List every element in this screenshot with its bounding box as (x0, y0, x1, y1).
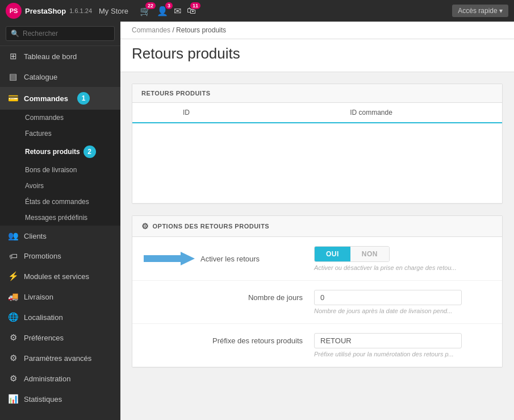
sidebar-label-modules: Modules et services (24, 272, 89, 281)
sidebar-item-dashboard[interactable]: ⊞ Tableau de bord (0, 46, 120, 66)
commandes-icon: 💳 (8, 93, 18, 103)
subnav-commandes-retours[interactable]: Retours produits 2 (0, 142, 120, 162)
sidebar-item-livraison[interactable]: 🚚 Livraison (0, 286, 120, 307)
cart-badge: 22 (145, 2, 156, 9)
store-name[interactable]: My Store (99, 7, 128, 15)
subnav-commandes-orders[interactable]: Commandes (0, 110, 120, 126)
commandes-step-badge: 1 (77, 92, 90, 105)
table-header-label: RETOURS PRODUITS (141, 90, 210, 97)
option-row-jours: Nombre de jours Nombre de jours après la… (132, 281, 502, 324)
options-header-label: OPTIONS DES RETOURS PRODUITS (153, 223, 270, 230)
subnav-commandes-messages[interactable]: Messages prédéfinis (0, 210, 120, 226)
subnav-commandes-factures[interactable]: Factures (0, 126, 120, 142)
sidebar-item-parametres[interactable]: ⚙ Paramètres avancés (0, 348, 120, 368)
options-header: ⚙ OPTIONS DES RETOURS PRODUITS (132, 216, 502, 237)
search-icon: 🔍 (11, 30, 19, 38)
top-navigation: PS PrestaShop 1.6.1.24 My Store 🛒 22 👤 3… (0, 0, 514, 22)
option-help-jours: Nombre de jours après la date de livrais… (314, 307, 491, 314)
options-gear-icon: ⚙ (141, 222, 149, 231)
page-title-area: Retours produits (120, 39, 514, 72)
option-label-jours: Nombre de jours (144, 290, 314, 302)
option-help-prefixe: Préfixe utilisé pour la numérotation des… (314, 351, 491, 357)
breadcrumb: Commandes / Retours produits (120, 22, 514, 39)
main-content: Commandes / Retours produits Retours pro… (120, 22, 514, 420)
option-row-prefixe: Préfixe des retours produits Préfixe uti… (132, 324, 502, 367)
option-control-prefixe: Préfixe utilisé pour la numérotation des… (314, 333, 491, 357)
sidebar-label-catalog: Catalogue (24, 73, 57, 81)
localisation-icon: 🌐 (8, 312, 18, 322)
clients-icon: 👥 (8, 231, 18, 241)
option-control-activer: OUI NON Activer ou désactiver la prise e… (314, 246, 491, 271)
returns-table-section: RETOURS PRODUITS ID ID commande (132, 84, 503, 204)
col-id-commande: ID commande (240, 103, 502, 123)
options-section: ⚙ OPTIONS DES RETOURS PRODUITS Activer l… (132, 215, 503, 368)
cart-icon[interactable]: 🛒 22 (140, 6, 151, 16)
orders-icon[interactable]: 🛍 11 (187, 6, 196, 16)
table-section-header: RETOURS PRODUITS (132, 84, 502, 103)
sidebar: 🔍 ⊞ Tableau de bord ▤ Catalogue 💳 Comman… (0, 22, 120, 420)
search-wrap: 🔍 (0, 22, 120, 46)
sidebar-label-preferences: Préférences (24, 334, 64, 342)
toggle-activer-retours: OUI NON (314, 246, 390, 262)
sidebar-label-commandes: Commandes (24, 94, 68, 103)
user-badge: 3 (165, 2, 173, 9)
dashboard-icon: ⊞ (8, 51, 18, 61)
table-area: ID ID commande (132, 103, 502, 203)
parametres-icon: ⚙ (8, 353, 18, 363)
prefixe-input[interactable] (314, 333, 462, 348)
catalog-icon: ▤ (8, 72, 18, 82)
user-icon[interactable]: 👤 3 (157, 6, 168, 16)
quick-access-button[interactable]: Accès rapide ▾ (452, 5, 508, 17)
email-icon[interactable]: ✉ (174, 6, 181, 16)
jours-input[interactable] (314, 290, 462, 305)
svg-marker-0 (144, 252, 195, 265)
sidebar-item-promotions[interactable]: 🏷 Promotions (0, 246, 120, 266)
sidebar-label-dashboard: Tableau de bord (24, 52, 77, 61)
sidebar-label-statistiques: Statistiques (24, 395, 62, 404)
search-container: 🔍 (6, 26, 115, 41)
sidebar-item-catalog[interactable]: ▤ Catalogue (0, 66, 120, 87)
sidebar-item-statistiques[interactable]: 📊 Statistiques (0, 389, 120, 409)
toggle-oui-button[interactable]: OUI (315, 247, 350, 261)
statistiques-icon: 📊 (8, 394, 18, 404)
app-name: PrestaShop (25, 7, 66, 15)
subnav-commandes-etats[interactable]: États de commandes (0, 194, 120, 210)
search-input[interactable] (23, 30, 110, 38)
sidebar-item-preferences[interactable]: ⚙ Préférences (0, 327, 120, 348)
toggle-non-button[interactable]: NON (350, 247, 389, 261)
main-layout: 🔍 ⊞ Tableau de bord ▤ Catalogue 💳 Comman… (0, 22, 514, 420)
breadcrumb-current: Retours produits (176, 26, 226, 34)
subnav-commandes-bons[interactable]: Bons de livraison (0, 162, 120, 178)
administration-icon: ⚙ (8, 373, 18, 384)
sidebar-item-administration[interactable]: ⚙ Administration (0, 368, 120, 389)
sidebar-item-modules[interactable]: ⚡ Modules et services (0, 266, 120, 286)
sidebar-item-localisation[interactable]: 🌐 Localisation (0, 307, 120, 327)
promotions-icon: 🏷 (8, 251, 18, 261)
modules-icon: ⚡ (8, 271, 18, 281)
subnav-commandes-avoirs[interactable]: Avoirs (0, 178, 120, 194)
orders-badge: 11 (190, 2, 200, 9)
sidebar-label-livraison: Livraison (24, 293, 53, 301)
nav-icons: 🛒 22 👤 3 ✉ 🛍 11 (140, 6, 196, 16)
logo-area: PS PrestaShop 1.6.1.24 (6, 3, 92, 19)
sidebar-label-localisation: Localisation (24, 313, 63, 322)
arrow-icon (144, 251, 195, 267)
empty-row (132, 123, 502, 203)
option-row-activer: Activer les retours OUI NON Activer ou d… (132, 237, 502, 281)
option-label-prefixe: Préfixe des retours produits (144, 333, 314, 345)
col-id: ID (132, 103, 240, 123)
retours-step-badge: 2 (83, 145, 96, 158)
sidebar-label-parametres: Paramètres avancés (24, 354, 91, 363)
sidebar-item-clients[interactable]: 👥 Clients (0, 226, 120, 246)
sidebar-item-commandes[interactable]: 💳 Commandes 1 (0, 87, 120, 110)
page-title: Retours produits (132, 45, 503, 63)
option-help-activer: Activer ou désactiver la prise en charge… (314, 264, 491, 271)
option-control-jours: Nombre de jours après la date de livrais… (314, 290, 491, 314)
logo-icon: PS (6, 3, 22, 19)
arrow-annotation: Activer les retours (144, 249, 303, 267)
option-label-activer: Activer les retours (144, 246, 314, 267)
livraison-icon: 🚚 (8, 292, 18, 302)
subnav-commandes: Commandes Factures Retours produits 2 Bo… (0, 110, 120, 226)
sidebar-label-clients: Clients (24, 232, 47, 240)
breadcrumb-parent[interactable]: Commandes (132, 26, 170, 34)
